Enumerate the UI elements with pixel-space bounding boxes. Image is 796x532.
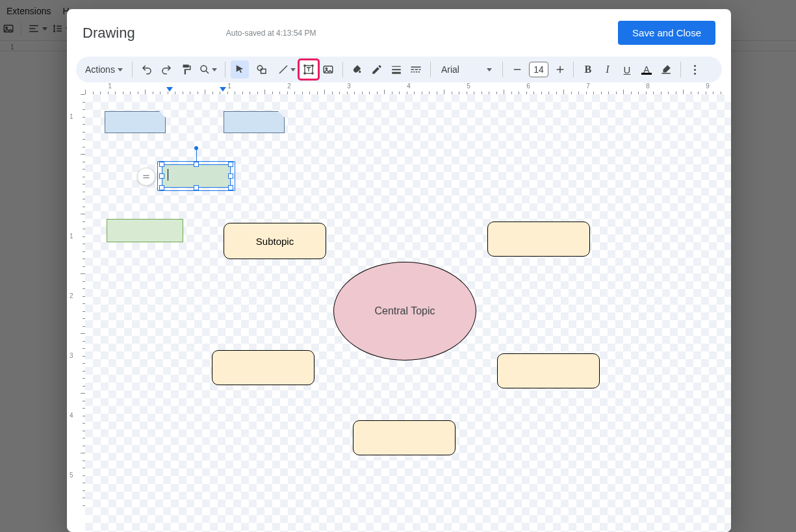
autosave-status: Auto-saved at 4:13:54 PM xyxy=(226,29,316,38)
paint-format-button[interactable] xyxy=(177,60,195,79)
ruler-num: 8 xyxy=(646,82,650,90)
svg-line-11 xyxy=(279,66,287,73)
ruler-num: 4 xyxy=(70,412,73,419)
zoom-menu[interactable] xyxy=(196,60,220,79)
svg-rect-33 xyxy=(661,73,671,74)
shape-cream-rect[interactable] xyxy=(487,222,590,257)
drawing-toolbar: Actions xyxy=(76,57,722,82)
rotate-handle[interactable] xyxy=(194,146,198,150)
text-color-swatch xyxy=(641,73,652,75)
svg-point-18 xyxy=(326,68,327,69)
caret-down-icon xyxy=(487,68,492,71)
select-tool[interactable] xyxy=(231,60,249,79)
resize-handle-bl[interactable] xyxy=(159,185,164,190)
shape-green-rect[interactable] xyxy=(107,219,183,242)
shape-subtopic[interactable]: Subtopic xyxy=(224,223,326,259)
font-family-menu[interactable]: Arial xyxy=(436,60,497,79)
underline-button[interactable]: U xyxy=(618,60,636,79)
svg-rect-23 xyxy=(411,69,414,70)
ruler-num: 1 xyxy=(70,113,73,120)
redo-button[interactable] xyxy=(157,60,175,79)
font-size-decrease[interactable] xyxy=(508,60,526,79)
font-name-label: Arial xyxy=(441,64,459,75)
dialog-header: Drawing Auto-saved at 4:13:54 PM Save an… xyxy=(67,9,731,51)
shape-snip-rect[interactable] xyxy=(105,111,166,133)
shape-cream-rect[interactable] xyxy=(212,350,315,385)
svg-point-14 xyxy=(312,65,313,66)
border-weight-button[interactable] xyxy=(387,60,405,79)
caret-down-icon xyxy=(290,68,296,71)
text-resize-handle[interactable] xyxy=(137,168,155,186)
text-caret xyxy=(168,169,168,181)
ruler-num: 3 xyxy=(347,82,351,90)
font-size-increase[interactable] xyxy=(551,60,569,79)
border-color-button[interactable] xyxy=(368,60,386,79)
ruler-num: 1 xyxy=(227,82,231,90)
horizontal-ruler[interactable]: 1 1 2 3 4 5 6 7 8 9 xyxy=(85,82,731,94)
svg-rect-19 xyxy=(392,66,401,67)
resize-handle-tm[interactable] xyxy=(194,162,199,167)
svg-rect-21 xyxy=(392,72,401,74)
svg-rect-25 xyxy=(418,69,420,70)
shape-label: Subtopic xyxy=(256,236,294,247)
ruler-num: 1 xyxy=(70,233,73,240)
actions-label: Actions xyxy=(85,64,115,75)
line-tool[interactable] xyxy=(275,60,298,79)
text-box-tool[interactable] xyxy=(300,60,318,79)
actions-menu[interactable]: Actions xyxy=(81,60,127,79)
shape-green-rect-editing[interactable] xyxy=(162,164,231,188)
svg-point-16 xyxy=(312,73,313,74)
save-and-close-button[interactable]: Save and Close xyxy=(618,21,715,45)
svg-rect-28 xyxy=(416,71,417,73)
bold-button[interactable]: B xyxy=(579,60,597,79)
svg-point-13 xyxy=(304,65,305,66)
ruler-num: 5 xyxy=(70,472,73,479)
drawing-dialog: Drawing Auto-saved at 4:13:54 PM Save an… xyxy=(67,9,731,532)
undo-button[interactable] xyxy=(138,60,156,79)
shape-tool[interactable] xyxy=(250,60,274,79)
font-size-input[interactable]: 14 xyxy=(529,62,548,77)
vertical-ruler[interactable]: 1 1 2 3 4 5 xyxy=(67,94,85,532)
caret-down-icon xyxy=(118,68,123,71)
ruler-num: 6 xyxy=(526,82,530,90)
svg-point-15 xyxy=(304,73,305,74)
resize-handle-tl[interactable] xyxy=(159,162,164,167)
svg-point-8 xyxy=(201,66,207,71)
italic-button[interactable]: I xyxy=(598,60,617,79)
indent-start-marker[interactable] xyxy=(166,87,173,92)
ruler-num: 7 xyxy=(586,82,590,90)
drawing-canvas[interactable]: Subtopic Central Topic xyxy=(85,94,731,532)
ruler-num: 1 xyxy=(108,82,112,90)
dots-vertical-icon xyxy=(694,65,696,75)
shape-snip-rect[interactable] xyxy=(224,111,285,133)
dialog-title: Drawing xyxy=(83,25,135,42)
text-color-button[interactable]: A xyxy=(637,60,656,79)
fill-color-button[interactable] xyxy=(348,60,366,79)
ruler-num: 3 xyxy=(70,352,73,359)
resize-handle-mr[interactable] xyxy=(228,173,233,179)
svg-rect-20 xyxy=(392,69,401,70)
caret-down-icon xyxy=(212,68,217,71)
insert-image-button[interactable] xyxy=(319,60,337,79)
svg-point-9 xyxy=(257,66,263,71)
shape-label: Central Topic xyxy=(374,305,435,317)
ruler-num: 5 xyxy=(467,82,470,90)
svg-rect-24 xyxy=(415,69,418,70)
font-size-group: 14 xyxy=(508,60,569,79)
resize-handle-bm[interactable] xyxy=(194,185,199,190)
svg-rect-22 xyxy=(411,67,420,68)
shape-central-topic[interactable]: Central Topic xyxy=(333,262,476,361)
more-options-button[interactable] xyxy=(686,60,704,79)
rotate-line xyxy=(196,150,197,162)
shape-cream-rect[interactable] xyxy=(497,353,600,388)
selected-shape[interactable] xyxy=(162,164,231,188)
ruler-num: 4 xyxy=(407,82,411,90)
shape-cream-rect[interactable] xyxy=(353,420,456,455)
resize-handle-ml[interactable] xyxy=(159,173,164,179)
highlight-color-button[interactable] xyxy=(657,60,675,79)
border-dash-button[interactable] xyxy=(407,60,425,79)
indent-end-marker[interactable] xyxy=(220,87,226,92)
resize-handle-tr[interactable] xyxy=(228,162,233,167)
svg-rect-26 xyxy=(411,71,412,73)
resize-handle-br[interactable] xyxy=(228,185,233,190)
